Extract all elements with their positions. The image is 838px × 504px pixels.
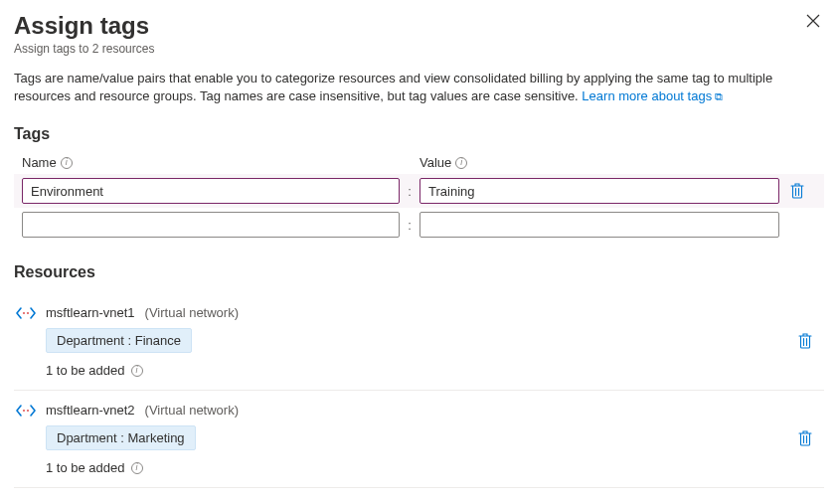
tag-name-input[interactable] (22, 212, 400, 238)
resource-type: (Virtual network) (145, 305, 239, 320)
svg-point-2 (23, 410, 25, 412)
tags-heading: Tags (14, 125, 824, 143)
page-title: Assign tags (14, 12, 154, 40)
info-icon[interactable]: i (131, 365, 143, 377)
trash-icon (798, 333, 812, 349)
value-column-label: Value (419, 155, 451, 170)
pending-tags-text: 1 to be added (46, 460, 125, 475)
existing-tag-badge: Department : Finance (46, 328, 192, 353)
resource-item: msftlearn-vnet1 (Virtual network) Depart… (14, 293, 824, 391)
pending-tags-text: 1 to be added (46, 363, 125, 378)
tag-value-input[interactable] (419, 212, 779, 238)
tag-row: : (14, 208, 824, 242)
svg-point-0 (23, 312, 25, 314)
remove-resource-button[interactable] (798, 430, 812, 446)
virtual-network-icon (16, 306, 36, 320)
info-icon[interactable]: i (455, 157, 467, 169)
remove-resource-button[interactable] (798, 333, 812, 349)
tags-columns-header: Name i Value i (14, 155, 824, 170)
delete-tag-button[interactable] (790, 183, 804, 199)
tag-separator: : (400, 184, 419, 199)
page-subtitle: Assign tags to 2 resources (14, 42, 154, 56)
description-text: Tags are name/value pairs that enable yo… (14, 70, 824, 105)
close-icon (806, 14, 820, 28)
tag-row: : (14, 174, 824, 208)
info-icon[interactable]: i (131, 462, 143, 474)
virtual-network-icon (16, 404, 36, 418)
tag-name-input[interactable] (22, 178, 400, 204)
existing-tag-badge: Dpartment : Marketing (46, 425, 196, 450)
name-column-label: Name (22, 155, 57, 170)
learn-more-link[interactable]: Learn more about tags⧉ (582, 88, 723, 103)
resource-name: msftlearn-vnet1 (46, 305, 135, 320)
tag-separator: : (400, 218, 419, 233)
tag-value-input[interactable] (419, 178, 779, 204)
resource-item: msftlearn-vnet2 (Virtual network) Dpartm… (14, 391, 824, 488)
external-link-icon: ⧉ (715, 90, 723, 102)
trash-icon (790, 183, 804, 199)
resources-heading: Resources (14, 263, 824, 281)
svg-point-1 (27, 312, 29, 314)
trash-icon (798, 430, 812, 446)
close-button[interactable] (802, 12, 824, 30)
info-icon[interactable]: i (61, 157, 73, 169)
resource-name: msftlearn-vnet2 (46, 403, 135, 418)
svg-point-3 (27, 410, 29, 412)
resource-type: (Virtual network) (145, 403, 239, 418)
